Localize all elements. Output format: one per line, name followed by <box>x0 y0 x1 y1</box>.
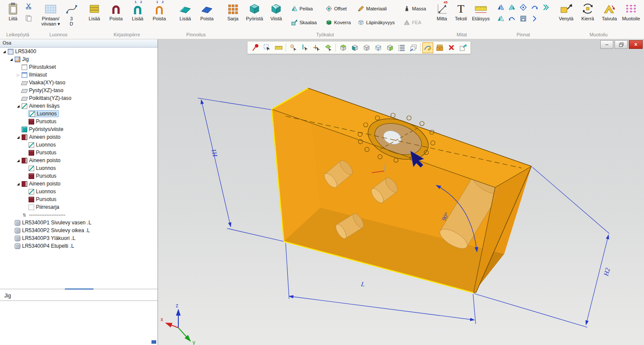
distance-button[interactable]: Etäisyys <box>471 0 491 21</box>
face-copy-button[interactable] <box>496 14 506 23</box>
view-front-face-button[interactable] <box>349 42 360 53</box>
face-save-button[interactable] <box>518 14 528 23</box>
feature-list-button[interactable] <box>396 42 407 53</box>
chamfer-button[interactable]: Viistä <box>266 0 287 21</box>
tree-item-part-p3[interactable]: LR53400P3 Yläkuori .L <box>0 234 158 242</box>
face-undo-button[interactable] <box>507 14 517 23</box>
tree-item-extrude[interactable]: Pursotus <box>0 172 158 180</box>
tree-item-material-add[interactable]: ◢Aineen lisäys <box>0 102 158 110</box>
delete-button[interactable] <box>446 42 457 53</box>
panel-resize-corner[interactable] <box>151 340 156 344</box>
snap-intersection-button[interactable] <box>311 42 322 53</box>
tree-item-feature-series[interactable]: Piirresarja <box>0 203 158 211</box>
stretch-button[interactable]: Venytä <box>556 0 576 21</box>
face-rotate-button[interactable] <box>530 3 539 12</box>
library-remove-numbered-button[interactable]: 1 2 Poista <box>149 0 170 21</box>
expand-arrow-icon[interactable]: ◢ <box>15 159 21 163</box>
close-button[interactable]: × <box>629 40 643 49</box>
copy-button[interactable] <box>24 14 33 22</box>
face-merge-button[interactable] <box>507 3 517 12</box>
offset-button[interactable]: Offset <box>325 5 357 13</box>
pin-button[interactable] <box>250 42 261 53</box>
tree-item-material-remove[interactable]: ◢Aineen poisto <box>0 133 158 141</box>
tree-item-xy-plane[interactable]: Vaaka(XY)-taso <box>0 79 158 86</box>
viewport-canvas[interactable]: H1 L H2 90° z x y <box>158 39 644 345</box>
measure-button[interactable]: 45 Mitta <box>433 0 451 21</box>
series-button[interactable]: Sarja <box>222 0 243 21</box>
snap-axis-button[interactable] <box>299 42 310 53</box>
face-next-button[interactable] <box>541 3 551 12</box>
rotate-button[interactable]: Kierrä <box>577 0 598 21</box>
expand-arrow-icon[interactable]: ◢ <box>15 104 21 108</box>
tree-item-jig[interactable]: ◢Jig <box>0 55 158 63</box>
dimension-h1[interactable]: H1 <box>198 98 283 242</box>
sketch-to-face-button[interactable]: Pintaan/ viivaan ▾ <box>38 0 63 26</box>
material-button[interactable]: Materiaali <box>357 5 403 13</box>
tree-item-sketch[interactable]: Luonnos <box>0 188 158 195</box>
tree-item-views[interactable]: ▷Ilmiasut <box>0 71 158 79</box>
tree-item-part-p4[interactable]: LR53400P4 Etupelti .L <box>0 242 158 250</box>
model-solid[interactable] <box>272 88 531 293</box>
face-split-button[interactable] <box>496 3 506 12</box>
view-wireframe-button[interactable] <box>373 42 383 53</box>
library-add-numbered-button[interactable]: 1 2 Lisää <box>127 0 148 21</box>
face-forward-button[interactable] <box>530 14 539 23</box>
select-solid-face-button[interactable] <box>384 42 395 53</box>
copy-level-button[interactable] <box>408 42 419 53</box>
feature-drawer-button[interactable] <box>434 42 445 53</box>
tree-item-sketch[interactable]: Luonnos <box>0 164 158 172</box>
cut-button[interactable] <box>24 2 33 10</box>
tree-item-extrude[interactable]: Pursotus <box>0 118 158 125</box>
sketch-mode-button[interactable] <box>422 42 433 53</box>
tree-item-part-p1[interactable]: LR53400P1 Sivulevy vasen .L <box>0 219 158 227</box>
tree-item-material-remove[interactable]: ◢Aineen poisto <box>0 180 158 188</box>
view-top-face-button[interactable] <box>338 42 348 53</box>
coating-remove-button[interactable]: Poista <box>196 0 217 21</box>
hollow-button[interactable]: Koverra <box>325 19 357 26</box>
library-add-button[interactable]: Lisää <box>84 0 105 21</box>
paste-button[interactable]: Liitä <box>3 0 23 21</box>
expand-arrow-icon[interactable]: ◢ <box>15 135 21 139</box>
sketch-icon <box>29 189 34 195</box>
panel-title: Osa <box>0 39 158 48</box>
tree-item-root[interactable]: ◢LR53400 <box>0 48 158 55</box>
tree-item-separator[interactable]: ⇅--------------------- <box>0 211 158 219</box>
form-button[interactable]: Muotoile <box>621 0 641 21</box>
select-face-button[interactable] <box>323 42 334 53</box>
expand-arrow-icon[interactable]: ◢ <box>8 58 14 61</box>
minimize-button[interactable]: – <box>600 40 613 49</box>
fillet-button[interactable]: Pyöristä <box>244 0 265 21</box>
ruler-button[interactable] <box>273 42 284 53</box>
mass-button[interactable]: Massa <box>403 5 428 13</box>
fea-button[interactable]: FEA <box>403 19 428 26</box>
tree-item-sketch-selected[interactable]: Luonnos <box>0 110 158 118</box>
tree-item-sketch[interactable]: Luonnos <box>0 141 158 149</box>
coating-add-button[interactable]: Lisää <box>175 0 196 21</box>
expand-arrow-icon[interactable]: ◢ <box>15 182 21 186</box>
tree-item-extrude[interactable]: Pursotus <box>0 195 158 203</box>
splitter-handle[interactable] <box>65 288 93 290</box>
tree-item-material-remove[interactable]: ◢Aineen poisto <box>0 157 158 164</box>
restore-button[interactable] <box>615 40 628 49</box>
bend-button[interactable]: Taivuta <box>599 0 620 21</box>
library-remove-button[interactable]: Poista <box>106 0 126 21</box>
mirror-button[interactable]: Peilaa <box>291 5 325 13</box>
sketch-3d-button[interactable]: 3 D <box>64 0 79 26</box>
snap-free-button[interactable] <box>288 42 299 53</box>
tree-item-label: LR53400P1 Sivulevy vasen .L <box>22 220 91 226</box>
scale-button[interactable]: Skaalaa <box>291 19 325 26</box>
tree-item-extrude[interactable]: Pursotus <box>0 149 158 157</box>
tree-item-yz-plane[interactable]: Poikittais(YZ)-taso <box>0 94 158 102</box>
expand-arrow-icon[interactable]: ▷ <box>15 73 21 77</box>
select-dimension-button[interactable] <box>261 42 272 53</box>
view-iso-button[interactable] <box>361 42 372 53</box>
text-button[interactable]: T Teksti <box>452 0 470 21</box>
face-offset-button[interactable] <box>518 3 528 12</box>
export-view-button[interactable] <box>457 42 468 53</box>
tree-item-xz-plane[interactable]: Pysty(XZ)-taso <box>0 86 158 94</box>
expand-arrow-icon[interactable]: ◢ <box>1 50 7 54</box>
tree-item-fillet[interactable]: Pyöristys/viiste <box>0 125 158 133</box>
tree-item-drawings[interactable]: Piirustukset <box>0 63 158 71</box>
tree-item-part-p2[interactable]: LR53400P2 Sivulevy oikea .L <box>0 227 158 234</box>
transparency-button[interactable]: Läpinäkyvyys <box>357 19 403 26</box>
